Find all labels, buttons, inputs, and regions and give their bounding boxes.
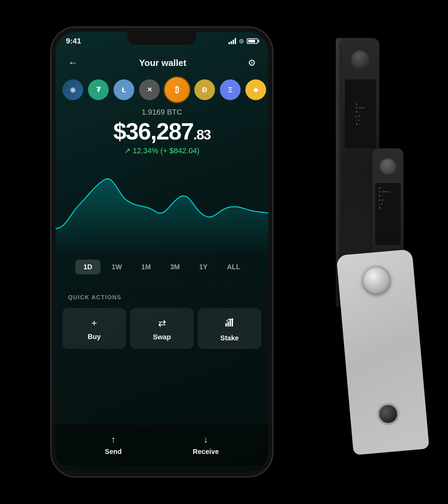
- change-amount: (+ $842.04): [160, 146, 199, 155]
- send-button[interactable]: ↑ Send: [105, 434, 122, 456]
- stake-icon: [224, 318, 235, 330]
- hw3-camera: [377, 403, 399, 425]
- hw1-button: [350, 48, 371, 69]
- coin-selector: ◉ ₮ Ł ✕ ₿ Ð Ξ: [56, 76, 268, 104]
- phone-screen: 9:41 ⊜ ← Your wallet: [56, 32, 268, 472]
- balance-change: ↗ 12.34% (+ $842.04): [62, 146, 261, 155]
- stake-button[interactable]: Stake: [198, 308, 261, 349]
- svg-rect-0: [225, 323, 227, 327]
- receive-label: Receive: [193, 448, 219, 456]
- quick-actions-label: QUICK ACTIONS: [68, 294, 121, 301]
- signal-icon: [228, 38, 236, 44]
- battery-icon: [247, 38, 258, 44]
- hw3-button: [361, 265, 391, 295]
- hw2-button: [379, 157, 397, 174]
- change-percent: ↗ 12.34%: [124, 146, 158, 155]
- coin-xrp[interactable]: ✕: [139, 79, 160, 100]
- time-btn-1y[interactable]: 1Y: [191, 260, 216, 274]
- balance-section: 1.9169 BTC $36,287.83 ↗ 12.34% (+ $842.0…: [56, 108, 268, 155]
- coin-doge[interactable]: Ð: [194, 79, 215, 100]
- buy-label: Buy: [88, 333, 101, 341]
- wifi-icon: ⊜: [239, 37, 244, 45]
- coin-ltc[interactable]: Ł: [114, 79, 134, 100]
- bottom-nav: ↑ Send ↓ Receive: [56, 424, 268, 465]
- phone: 9:41 ⊜ ← Your wallet: [51, 28, 272, 476]
- back-button[interactable]: ←: [68, 57, 78, 68]
- swap-label: Swap: [153, 333, 171, 341]
- send-label: Send: [105, 448, 122, 456]
- svg-rect-1: [227, 321, 229, 327]
- price-chart: [56, 159, 268, 256]
- time-btn-1d[interactable]: 1D: [75, 260, 101, 274]
- time-btn-1w[interactable]: 1W: [103, 260, 130, 274]
- time-btn-1m[interactable]: 1M: [133, 260, 159, 274]
- time-btn-3m[interactable]: 3M: [162, 260, 188, 274]
- time-period-selector: 1D 1W 1M 3M 1Y ALL: [56, 260, 268, 274]
- notch: [127, 32, 196, 45]
- hw-wallet-3: [336, 249, 429, 455]
- receive-icon: ↓: [204, 434, 208, 445]
- swap-icon: ⇄: [158, 318, 166, 329]
- coin-usdt[interactable]: ₮: [88, 79, 109, 100]
- stake-label: Stake: [220, 334, 238, 342]
- buy-button[interactable]: + Buy: [62, 308, 126, 349]
- coin-eth[interactable]: Ξ: [220, 79, 241, 100]
- svg-rect-2: [230, 320, 231, 327]
- fiat-main: $36,287: [113, 118, 193, 144]
- fiat-cents: .83: [193, 127, 211, 142]
- nav-bar: ← Your wallet ⚙: [56, 51, 268, 75]
- fiat-balance: $36,287.83: [62, 119, 261, 143]
- settings-button[interactable]: ⚙: [248, 58, 256, 68]
- coin-bnb[interactable]: ◈: [245, 79, 266, 100]
- receive-button[interactable]: ↓ Receive: [193, 434, 219, 456]
- crypto-balance: 1.9169 BTC: [62, 108, 261, 117]
- scene: 9:41 ⊜ ← Your wallet: [34, 10, 414, 494]
- time-btn-all[interactable]: ALL: [218, 260, 249, 274]
- send-icon: ↑: [111, 434, 116, 445]
- coin-unknown[interactable]: ◉: [62, 79, 83, 100]
- page-title: Your wallet: [139, 58, 186, 68]
- hw1-screen: ▲ ◎Bitcoin ⊕◌ ♦◎ +▸ ▼□: [345, 79, 376, 148]
- coin-btc[interactable]: ₿: [165, 77, 189, 102]
- quick-actions: + Buy ⇄ Swap: [62, 308, 261, 349]
- swap-button[interactable]: ⇄ Swap: [130, 308, 194, 349]
- status-icons: ⊜: [228, 36, 258, 45]
- status-time: 9:41: [66, 36, 81, 46]
- buy-icon: +: [91, 318, 97, 329]
